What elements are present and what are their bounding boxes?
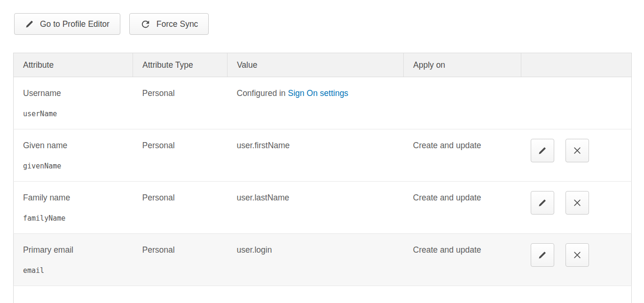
attribute-variable-name: givenName [23, 162, 133, 171]
apply-on-cell: Create and update [404, 234, 521, 286]
pencil-icon [538, 250, 547, 260]
apply-on-value: Create and update [413, 245, 481, 255]
value-text: user.login [237, 245, 272, 255]
edit-attribute-button[interactable] [531, 139, 554, 162]
attribute-type-value: Personal [142, 193, 175, 202]
row-actions-cell [521, 234, 632, 286]
attribute-variable-name: email [23, 266, 133, 275]
attribute-label: Primary email [23, 245, 133, 255]
pencil-icon [538, 198, 547, 207]
attribute-cell: Primary email email [14, 234, 133, 286]
row-actions-cell [521, 77, 632, 129]
row-actions-cell [521, 182, 632, 234]
apply-on-value: Create and update [413, 141, 481, 150]
value-text: user.firstName [237, 141, 290, 150]
delete-attribute-button[interactable] [565, 243, 589, 267]
header-value: Value [228, 53, 404, 77]
attribute-label: Username [23, 88, 133, 98]
pencil-icon [25, 19, 34, 29]
table-row: Given name givenName Personal user.first… [14, 129, 632, 182]
close-icon [573, 146, 582, 155]
pencil-icon [538, 146, 547, 155]
force-sync-button[interactable]: Force Sync [129, 13, 209, 35]
value-text: Configured in [237, 88, 288, 98]
header-attribute-type: Attribute Type [133, 53, 228, 77]
attribute-type-value: Personal [142, 141, 175, 150]
edit-attribute-button[interactable] [531, 191, 554, 215]
apply-on-value: Create and update [413, 193, 481, 202]
attribute-variable-name: familyName [23, 214, 133, 223]
table-header-row: Attribute Attribute Type Value Apply on [14, 53, 632, 77]
table-row: Family name familyName Personal user.las… [14, 182, 632, 234]
attribute-label: Given name [23, 141, 133, 151]
force-sync-label: Force Sync [157, 19, 198, 29]
attribute-type-value: Personal [142, 245, 175, 255]
attribute-cell: Given name givenName [14, 129, 133, 182]
attribute-type-value: Personal [142, 88, 175, 98]
toolbar: Go to Profile Editor Force Sync [14, 13, 644, 35]
delete-attribute-button[interactable] [565, 139, 589, 162]
refresh-icon [140, 19, 151, 30]
apply-on-cell: Create and update [404, 182, 521, 234]
apply-on-cell: Create and update [404, 129, 521, 182]
attribute-type-cell: Personal [133, 129, 228, 182]
row-actions-cell [521, 129, 632, 182]
table-row: Primary email email Personal user.login … [14, 234, 632, 286]
attribute-type-cell: Personal [133, 234, 228, 286]
close-icon [573, 250, 582, 260]
attribute-label: Family name [23, 193, 133, 203]
attribute-cell: Username userName [14, 77, 133, 129]
header-attribute: Attribute [14, 53, 133, 77]
value-cell: Configured in Sign On settings [228, 77, 404, 129]
apply-on-cell [404, 77, 521, 129]
header-apply-on: Apply on [404, 53, 521, 77]
attribute-mappings-table: Attribute Attribute Type Value Apply on … [13, 53, 632, 303]
attribute-type-cell: Personal [133, 182, 228, 234]
header-actions [521, 53, 632, 77]
attribute-variable-name: userName [23, 110, 133, 119]
value-cell: user.login [228, 234, 404, 286]
sign-on-settings-link[interactable]: Sign On settings [288, 88, 348, 98]
go-to-profile-editor-button[interactable]: Go to Profile Editor [14, 13, 120, 35]
value-cell: user.firstName [228, 129, 404, 182]
edit-attribute-button[interactable] [531, 243, 554, 267]
delete-attribute-button[interactable] [565, 191, 589, 215]
attribute-cell: Family name familyName [14, 182, 133, 234]
close-icon [573, 198, 582, 207]
table-row: Username userName Personal Configured in… [14, 77, 632, 129]
partial-row [14, 286, 632, 303]
value-text: user.lastName [237, 193, 290, 202]
value-cell: user.lastName [228, 182, 404, 234]
attribute-type-cell: Personal [133, 77, 228, 129]
go-to-profile-editor-label: Go to Profile Editor [40, 19, 110, 29]
